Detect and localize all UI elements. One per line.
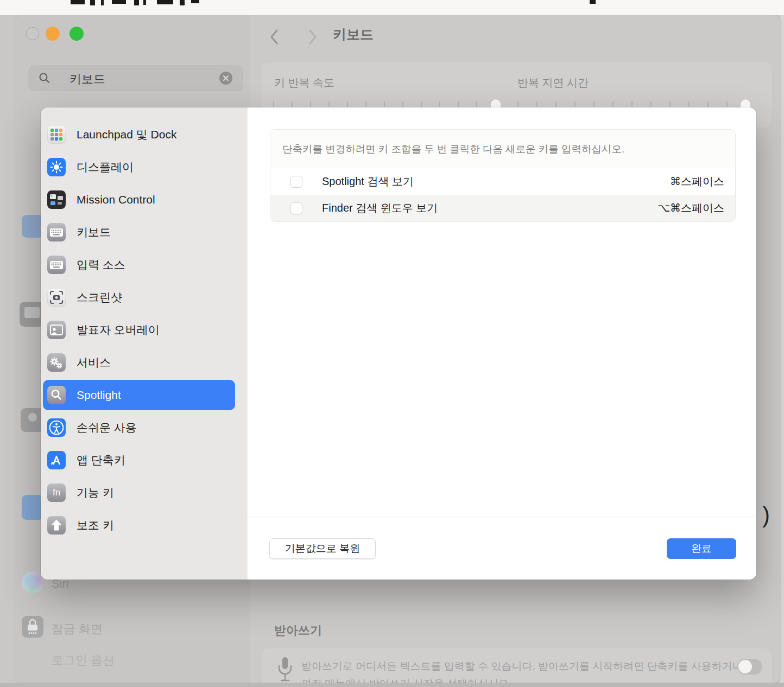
- done-button[interactable]: 완료: [667, 538, 736, 559]
- sidebar-item-function-keys[interactable]: fn 기능 키: [43, 478, 235, 508]
- clear-search-icon[interactable]: [219, 72, 232, 85]
- sidebar-item-label: 보조 키: [77, 518, 114, 533]
- sidebar-item-mission-control[interactable]: Mission Control: [43, 185, 235, 215]
- back-chevron-icon[interactable]: [264, 25, 284, 49]
- display-icon: [47, 158, 66, 176]
- close-button[interactable]: [26, 27, 39, 40]
- slider-tick: [292, 101, 293, 107]
- sidebar-item-presenter-overlay[interactable]: 발표자 오버레이: [43, 315, 235, 345]
- slider-tick: [328, 101, 330, 107]
- slider-tick: [707, 101, 709, 107]
- sidebar-item-screenshot[interactable]: 스크린샷: [43, 282, 235, 313]
- siri-icon: [22, 571, 43, 593]
- sheet-divider: [247, 107, 248, 580]
- desktop-text-fragment: [143, 0, 146, 5]
- desktop-text-fragment: [157, 0, 173, 4]
- sidebar-item-label: 발표자 오버레이: [77, 322, 160, 338]
- sidebar-item-label: 손쉬운 사용: [77, 420, 137, 435]
- slider-tick: [439, 101, 440, 107]
- background-sidebar-icon: [22, 495, 43, 520]
- slider-tick: [421, 101, 422, 107]
- microphone-icon: [277, 656, 293, 683]
- input-sources-icon: [47, 256, 66, 274]
- shortcut-row[interactable]: Finder 검색 윈도우 보기 ⌥⌘스페이스: [270, 195, 735, 221]
- dictation-toggle[interactable]: [737, 659, 762, 675]
- stray-paren-glyph: ): [762, 502, 770, 528]
- desktop-strip: [0, 0, 784, 15]
- desktop-text-fragment: [191, 0, 199, 3]
- desktop-text-fragment: [112, 0, 126, 4]
- shortcut-label: Finder 검색 윈도우 보기: [322, 201, 438, 215]
- dictation-description: 편집 메뉴에서 받아쓰기 시작을 선택하십시오.: [301, 677, 511, 683]
- shortcut-label: Spotlight 검색 보기: [322, 174, 414, 189]
- desktop-strip: [780, 15, 784, 683]
- desktop-text-fragment: [71, 0, 85, 4]
- slider-tick: [593, 101, 595, 107]
- dictation-description: 받아쓰기로 어디서든 텍스트를 입력할 수 있습니다. 받아쓰기를 시작하려면 …: [301, 659, 743, 673]
- page-title: 키보드: [333, 26, 374, 43]
- modifier-keys-icon: [47, 516, 66, 535]
- dictation-title: 받아쓰기: [274, 622, 322, 639]
- shortcut-row[interactable]: Spotlight 검색 보기 ⌘스페이스: [270, 168, 735, 195]
- repeat-delay-label: 반복 지연 시간: [517, 75, 589, 90]
- spotlight-icon: [47, 386, 66, 404]
- sidebar-item-accessibility[interactable]: 손쉬운 사용: [43, 412, 235, 443]
- desktop-text-fragment: [590, 0, 596, 4]
- sidebar-item-displays[interactable]: 디스플레이: [43, 152, 235, 182]
- shortcuts-instruction: 단축키를 변경하려면 키 조합을 두 번 클릭한 다음 새로운 키를 입력하십시…: [270, 130, 735, 168]
- slider-tick: [310, 101, 311, 107]
- repeat-delay-slider-thumb[interactable]: [741, 99, 750, 108]
- function-keys-icon: fn: [47, 484, 66, 502]
- forward-chevron-icon[interactable]: [303, 25, 323, 49]
- desktop-text-fragment: [90, 0, 95, 5]
- background-sidebar-icon: [22, 215, 43, 238]
- slider-tick: [347, 101, 348, 107]
- sidebar-item-spotlight[interactable]: Spotlight: [43, 380, 235, 410]
- sidebar-item-modifier-keys[interactable]: 보조 키: [43, 510, 235, 540]
- slider-tick: [688, 101, 690, 107]
- lock-screen-icon: [22, 616, 43, 638]
- search-input[interactable]: 키보드: [28, 65, 243, 91]
- keyboard-icon: [47, 223, 66, 241]
- desktop-strip: [0, 683, 784, 687]
- slider-tick: [476, 101, 477, 107]
- sidebar-item-label: 키보드: [77, 225, 111, 240]
- search-value: 키보드: [69, 71, 105, 87]
- sidebar-item-keyboard[interactable]: 키보드: [43, 217, 235, 247]
- mission-control-icon: [47, 190, 66, 209]
- app-shortcuts-icon: [47, 451, 66, 469]
- presenter-overlay-icon: [47, 321, 66, 339]
- sidebar-item-label: 서비스: [77, 355, 111, 370]
- sidebar-item-app-shortcuts[interactable]: 앱 단축키: [43, 445, 235, 475]
- sidebar-item-label: 디스플레이: [77, 160, 134, 175]
- zoom-button[interactable]: [69, 27, 84, 41]
- sidebar-item-input-sources[interactable]: 입력 소스: [43, 250, 235, 280]
- sidebar-item-label: Mission Control: [77, 193, 155, 206]
- sheet-sidebar: Launchpad 및 Dock 디스플레이: [41, 107, 247, 580]
- launchpad-icon: [47, 125, 66, 144]
- sidebar-item-label: 입력 소스: [77, 257, 125, 272]
- sidebar-item-label: 기능 키: [77, 485, 114, 500]
- slider-tick: [517, 101, 519, 107]
- desktop-text-fragment: [101, 0, 104, 5]
- accessibility-icon: [47, 418, 66, 437]
- restore-defaults-button[interactable]: 기본값으로 복원: [269, 538, 376, 559]
- sidebar-item-login-options[interactable]: 로그인 옵션: [52, 652, 115, 669]
- slider-tick: [555, 101, 557, 107]
- minimize-button[interactable]: [46, 27, 60, 41]
- shortcut-keys[interactable]: ⌥⌘스페이스: [657, 201, 724, 215]
- sidebar-item-services[interactable]: 서비스: [43, 347, 235, 378]
- slider-tick: [402, 101, 403, 107]
- slider-tick: [726, 101, 728, 107]
- services-icon: [47, 353, 66, 372]
- key-repeat-label: 키 반복 속도: [274, 75, 334, 90]
- sidebar-item-lock-screen[interactable]: 잠금 화면: [52, 621, 103, 637]
- toggle-knob: [738, 660, 752, 673]
- fn-glyph: fn: [47, 484, 66, 502]
- key-repeat-slider-thumb[interactable]: [491, 99, 501, 108]
- shortcut-keys[interactable]: ⌘스페이스: [670, 174, 724, 189]
- sidebar-item-label: 앱 단축키: [77, 453, 125, 468]
- shortcut-checkbox[interactable]: [290, 176, 302, 188]
- shortcut-checkbox[interactable]: [290, 202, 302, 214]
- sidebar-item-launchpad-dock[interactable]: Launchpad 및 Dock: [43, 119, 235, 150]
